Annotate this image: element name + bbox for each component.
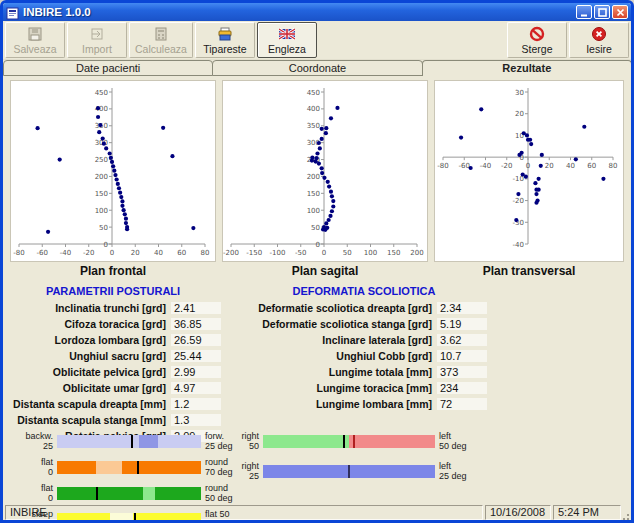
posture-bar <box>57 513 201 523</box>
close-button[interactable] <box>612 5 628 19</box>
param-label: Lungime totala [mm] <box>241 366 437 378</box>
table-row: Lordoza lombara [grd]26.59 <box>5 334 221 346</box>
svg-text:-20: -20 <box>501 162 512 170</box>
table-row: Unghiul sacru [grd]25.44 <box>5 350 221 362</box>
svg-text:-80: -80 <box>437 162 448 170</box>
svg-text:-200: -200 <box>223 249 239 257</box>
bar-label-line: 25 <box>235 471 259 481</box>
toolbar-button-label: Import <box>82 43 112 55</box>
posture-bars-right-group: right50left50 degright25left25 deg <box>235 431 487 491</box>
svg-text:100: 100 <box>307 207 320 215</box>
svg-text:400: 400 <box>307 105 320 113</box>
results-panel: -80-60-40-200204060800501001502002503003… <box>3 76 631 504</box>
svg-text:60: 60 <box>177 249 186 257</box>
bar-tick-marker <box>134 513 136 523</box>
param-value: 2.41 <box>171 302 221 314</box>
resize-grip[interactable] <box>623 505 629 520</box>
posture-bar-row: backw.25forw.25 deg <box>7 431 255 451</box>
bar-segment <box>143 487 155 500</box>
chart-panel-frontal: -80-60-40-200204060800501001502002503003… <box>10 80 216 262</box>
maximize-icon <box>598 8 607 17</box>
table-row: Inclinatia trunchi [grd]2.41 <box>5 302 221 314</box>
minimize-button[interactable] <box>576 5 592 19</box>
param-label: Inclinare laterala [grd] <box>241 334 437 346</box>
param-value: 373 <box>437 366 487 378</box>
toolbar-button-sterge[interactable]: Sterge <box>507 22 567 58</box>
tab-date-pacienti[interactable]: Date pacienti <box>3 60 213 76</box>
svg-text:0: 0 <box>526 162 530 170</box>
svg-text:-40: -40 <box>60 249 71 257</box>
close-icon <box>616 8 625 17</box>
toolbar-button-calculeaza[interactable]: Calculeaza <box>129 22 193 58</box>
no-entry-icon <box>529 26 545 42</box>
maximize-button[interactable] <box>594 5 610 19</box>
bar-segment <box>96 461 122 474</box>
title-bar: INBIRE 1.0.0 <box>3 3 631 21</box>
svg-text:150: 150 <box>387 249 400 257</box>
svg-text:80: 80 <box>201 249 210 257</box>
tab-coordonate[interactable]: Coordonate <box>212 60 422 76</box>
postural-parameters-table: PARAMETRII POSTURALIInclinatia trunchi [… <box>5 284 221 442</box>
bar-label-line: left <box>439 431 487 441</box>
param-value: 25.44 <box>171 350 221 362</box>
param-value: 234 <box>437 382 487 394</box>
toolbar-button-tipareste[interactable]: Tipareste <box>195 22 255 58</box>
bar-right-label: left50 deg <box>435 431 487 451</box>
scatter-plot-sagital: -200-150-100-500501001502000501001502002… <box>223 81 425 259</box>
table-row: Lungime toracica [mm]234 <box>241 382 487 394</box>
svg-text:450: 450 <box>95 89 108 97</box>
svg-text:0: 0 <box>110 249 114 257</box>
svg-text:100: 100 <box>95 207 108 215</box>
bar-label-line: deg <box>205 519 255 523</box>
svg-text:150: 150 <box>95 190 108 198</box>
param-label: Unghiul sacru [grd] <box>5 350 171 362</box>
svg-text:60: 60 <box>587 162 596 170</box>
posture-bar-row: flat0round70 deg <box>7 457 255 477</box>
param-label: Lordoza lombara [grd] <box>5 334 171 346</box>
svg-text:40: 40 <box>154 249 163 257</box>
svg-text:50: 50 <box>99 224 108 232</box>
toolbar-button-label: Engleza <box>268 43 306 55</box>
bar-left-label: backw.25 <box>7 431 57 451</box>
bar-tick-marker <box>343 435 345 448</box>
window-title: INBIRE 1.0.0 <box>23 6 572 18</box>
param-value: 72 <box>437 398 487 410</box>
svg-text:150: 150 <box>307 190 320 198</box>
posture-bar <box>57 487 201 500</box>
bar-segment <box>110 513 133 523</box>
toolbar-button-iesire[interactable]: Iesire <box>569 22 629 58</box>
posture-bar <box>263 435 435 448</box>
bar-label-line: right <box>235 461 259 471</box>
bar-label-line: 0 <box>7 493 53 503</box>
uk-flag-icon <box>279 26 295 42</box>
param-value: 2.99 <box>171 366 221 378</box>
bar-right-label: flat 50deg <box>201 509 255 523</box>
posture-bar-row: right25left25 deg <box>235 461 487 481</box>
toolbar-button-label: Tipareste <box>203 43 246 55</box>
status-time: 5:24 PM <box>553 505 621 520</box>
chart-title-sagital: Plan sagital <box>222 264 428 278</box>
bar-tick-marker <box>96 487 98 500</box>
window-controls <box>576 5 628 19</box>
app-icon <box>6 6 19 19</box>
posture-bars-left-group: backw.25forw.25 degflat0round70 degflat0… <box>7 431 255 523</box>
bar-left-label: right25 <box>235 461 263 481</box>
bar-label-line: left <box>439 461 487 471</box>
param-label: Oblicitate pelvica [grd] <box>5 366 171 378</box>
param-label: Deformatie scoliotica dreapta [grd] <box>241 302 437 314</box>
table-row: Lungime lombara [mm]72 <box>241 398 487 410</box>
param-value: 4.97 <box>171 382 221 394</box>
toolbar: SalveazaImportCalculeazaTiparesteEngleza… <box>3 21 631 60</box>
svg-text:0: 0 <box>322 249 326 257</box>
table-title: PARAMETRII POSTURALI <box>5 284 221 298</box>
bar-label-line: 0 <box>7 467 53 477</box>
toolbar-button-engleza[interactable]: Engleza <box>257 22 317 58</box>
param-value: 3.62 <box>437 334 487 346</box>
table-row: Inclinare laterala [grd]3.62 <box>241 334 487 346</box>
tab-rezultate[interactable]: Rezultate <box>422 60 632 76</box>
toolbar-button-salveaza[interactable]: Salveaza <box>5 22 65 58</box>
scoliotic-deformation-table: DEFORMATIA SCOLIOTICADeformatie scolioti… <box>241 284 487 410</box>
toolbar-button-import[interactable]: Import <box>67 22 127 58</box>
table-row: Deformatie scoliotica dreapta [grd]2.34 <box>241 302 487 314</box>
minimize-icon <box>580 8 589 17</box>
